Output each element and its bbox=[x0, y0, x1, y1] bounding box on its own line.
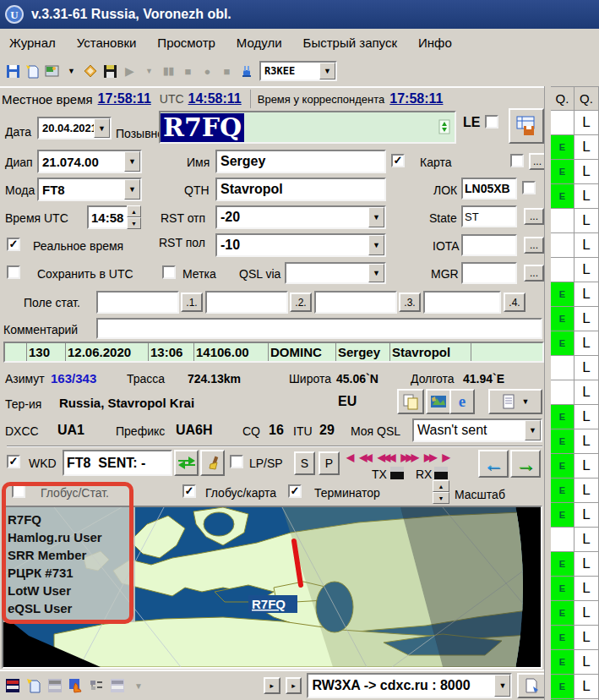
lotw-cell[interactable]: L bbox=[574, 307, 599, 331]
dropdown-arrow-icon[interactable]: ▼ bbox=[63, 63, 79, 79]
image-card-icon[interactable] bbox=[44, 63, 60, 79]
plug-icon[interactable] bbox=[238, 63, 254, 79]
eqsl-cell[interactable]: E bbox=[551, 503, 574, 528]
eqsl-cell[interactable]: E bbox=[551, 454, 574, 479]
rst-sent-dropdown[interactable]: ▼ bbox=[368, 207, 384, 227]
eqsl-cell[interactable] bbox=[551, 209, 574, 233]
telnet-gray-icon[interactable] bbox=[47, 678, 63, 694]
stat-field-4[interactable] bbox=[423, 291, 501, 314]
iota-more-button[interactable]: ... bbox=[524, 237, 544, 254]
menu-item-3[interactable]: Модули bbox=[236, 34, 283, 52]
new-connection-icon[interactable] bbox=[26, 678, 42, 694]
lotw-cell[interactable]: L bbox=[574, 479, 599, 503]
lotw-cell[interactable]: L bbox=[574, 258, 599, 282]
lotw-cell[interactable]: L bbox=[574, 429, 599, 454]
pause-icon[interactable]: ▮▮ bbox=[161, 63, 177, 79]
scale-spinner[interactable]: ▲ ▼ bbox=[433, 480, 448, 504]
cluster-next-button[interactable]: ▸ bbox=[286, 677, 302, 694]
menu-item-4[interactable]: Быстрый запуск bbox=[302, 34, 398, 52]
play-dropdown-icon[interactable]: ▼ bbox=[141, 63, 157, 79]
lotw-cell[interactable]: L bbox=[574, 160, 599, 184]
cluster-combobox[interactable]: RW3XA -> cdxc.ru : 8000 ▼ bbox=[307, 673, 512, 698]
lotw-cell[interactable]: L bbox=[574, 577, 599, 601]
terminator-checkbox[interactable] bbox=[288, 484, 302, 498]
qsl-via-combobox[interactable]: ▼ bbox=[285, 262, 386, 284]
qth-field[interactable]: Stavropol bbox=[215, 178, 386, 201]
next-qso-button[interactable]: → bbox=[510, 450, 541, 478]
telnet-icon[interactable] bbox=[5, 678, 21, 694]
save-icon[interactable] bbox=[5, 63, 21, 79]
copy-button[interactable] bbox=[397, 389, 424, 414]
cluster-log-button[interactable] bbox=[517, 673, 546, 698]
name-field[interactable]: Sergey bbox=[215, 150, 386, 173]
history-cell-0[interactable]: 130 bbox=[27, 343, 66, 361]
qso-nav-arrows[interactable]: ◀◀◀◀◀◀▶▶▶▶▶▶ bbox=[346, 451, 473, 463]
history-cell-2[interactable]: 13:06 bbox=[149, 343, 194, 361]
brush-button[interactable] bbox=[200, 450, 225, 476]
lotw-cell[interactable]: L bbox=[574, 601, 599, 626]
save-utc-checkbox[interactable] bbox=[7, 265, 20, 279]
eqsl-cell[interactable]: E bbox=[551, 135, 574, 160]
nav-arrow-icon-2[interactable]: ◀◀◀ bbox=[378, 451, 394, 463]
band-combobox[interactable]: 21.074.00 ▼ bbox=[37, 150, 142, 173]
eqsl-cell[interactable]: E bbox=[551, 429, 574, 454]
p-button[interactable]: P bbox=[319, 451, 340, 475]
cluster-dropdown-icon[interactable]: ▼ bbox=[131, 678, 147, 694]
cluster-prev-button[interactable]: ▸ bbox=[264, 677, 280, 694]
mgr-field[interactable] bbox=[461, 262, 517, 284]
date-dropdown[interactable]: ▼ bbox=[94, 118, 110, 138]
eqsl-cell[interactable] bbox=[551, 528, 574, 552]
new-log-icon[interactable] bbox=[25, 63, 41, 79]
tx-indicator[interactable] bbox=[390, 467, 404, 479]
rst-rcvd-combobox[interactable]: -10 ▼ bbox=[215, 233, 386, 257]
notes-dropdown-button[interactable]: ▼ bbox=[488, 389, 542, 414]
le-checkbox[interactable] bbox=[485, 115, 498, 129]
lotw-cell[interactable]: L bbox=[574, 233, 599, 258]
stat-button-4[interactable]: .4. bbox=[504, 293, 525, 312]
mode-dropdown[interactable]: ▼ bbox=[124, 179, 140, 200]
stop-icon[interactable]: ■ bbox=[180, 63, 196, 79]
lotw-cell[interactable]: L bbox=[574, 626, 599, 650]
history-cell-4[interactable]: DOMINC bbox=[269, 343, 336, 361]
myqsl-combobox[interactable]: Wasn't sent ▼ bbox=[412, 418, 542, 442]
globus-stat-checkbox[interactable] bbox=[12, 484, 25, 498]
eqsl-cell[interactable] bbox=[551, 258, 574, 282]
utc-time-spinner[interactable]: 14:58 ▲ ▼ bbox=[87, 205, 141, 229]
cluster-list-icon[interactable] bbox=[89, 678, 105, 694]
band-dropdown[interactable]: ▼ bbox=[124, 151, 140, 172]
lotw-cell[interactable]: L bbox=[574, 282, 599, 307]
loc-checkbox[interactable] bbox=[522, 181, 536, 194]
loc-field[interactable]: LN05XB bbox=[461, 178, 517, 200]
lotw-cell[interactable]: L bbox=[574, 675, 599, 699]
date-combobox[interactable]: 20.04.2021 ▼ bbox=[37, 117, 112, 139]
nav-arrow-icon-1[interactable]: ◀◀ bbox=[359, 451, 369, 463]
utc-time-spin-buttons[interactable]: ▲ ▼ bbox=[127, 205, 139, 229]
save-black-icon[interactable] bbox=[102, 63, 118, 79]
s-button[interactable]: S bbox=[294, 451, 315, 475]
callsign-field[interactable]: R7FQ bbox=[159, 111, 456, 144]
prev-qso-button[interactable]: ← bbox=[478, 450, 509, 478]
state-field[interactable]: ST bbox=[461, 205, 517, 227]
lotw-cell[interactable]: L bbox=[574, 454, 599, 479]
lotw-cell[interactable]: L bbox=[574, 405, 599, 429]
eqsl-cell[interactable] bbox=[551, 380, 574, 405]
eqsl-cell[interactable]: E bbox=[551, 331, 574, 356]
history-cell-6[interactable]: Stavropol bbox=[390, 343, 471, 361]
record-icon[interactable]: ● bbox=[199, 63, 215, 79]
myqsl-dropdown[interactable]: ▼ bbox=[525, 420, 541, 440]
world-map[interactable]: R7FQ R7FQHamlog.ru UserSRR MemberРЦРК #7… bbox=[2, 506, 542, 669]
lotw-cell[interactable]: L bbox=[574, 380, 599, 405]
rst-rcvd-dropdown[interactable]: ▼ bbox=[368, 235, 384, 255]
lpsp-checkbox[interactable] bbox=[230, 455, 243, 468]
menu-item-5[interactable]: Инфо bbox=[417, 34, 453, 52]
stat-button-2[interactable]: .2. bbox=[290, 293, 312, 312]
eqsl-cell[interactable]: E bbox=[551, 601, 574, 626]
mgr-more-button[interactable]: ... bbox=[524, 265, 544, 282]
eqsl-cell[interactable]: E bbox=[551, 675, 574, 699]
stat-field-2[interactable] bbox=[205, 291, 288, 314]
eqsl-cell[interactable]: E bbox=[551, 282, 574, 307]
eqsl-cell[interactable]: E bbox=[551, 184, 574, 209]
lotw-cell[interactable]: L bbox=[574, 528, 599, 552]
callsign-sync-icon[interactable] bbox=[438, 119, 451, 138]
eqsl-cell[interactable]: E bbox=[551, 160, 574, 184]
